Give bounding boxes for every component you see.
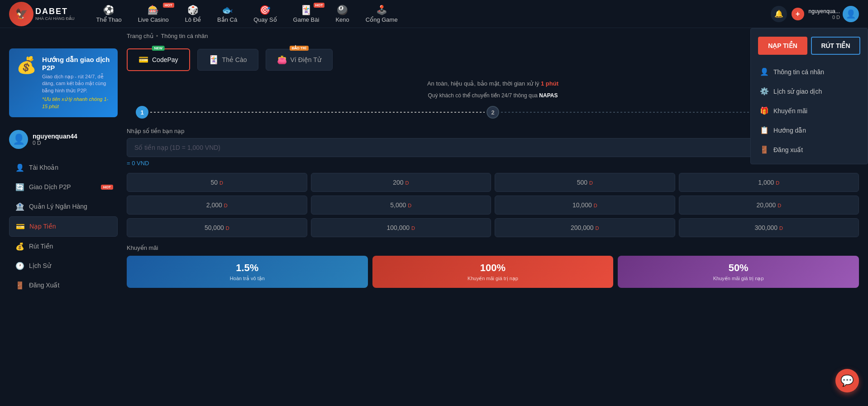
header-right: 🔔 + nguyenqua... 0 D 👤 <box>771 6 859 22</box>
nav-item-casino[interactable]: HOT 🎰 Live Casino <box>130 5 177 23</box>
logo[interactable]: DABET NHÀ CÁI HÀNG ĐẦU <box>9 2 75 26</box>
portal-icon: 🕹️ <box>376 5 387 15</box>
codepay-icon: 💳 <box>138 55 148 65</box>
sports-icon: ⚽ <box>103 5 114 15</box>
sidebar-item-deposit[interactable]: 💳 Nạp Tiền <box>9 216 118 237</box>
withdraw-icon: 💰 <box>15 242 24 251</box>
nav-item-sports[interactable]: ⚽ Thể Thao <box>88 5 130 23</box>
payment-tabs: NEW 💳 CodePay 🃏 Thẻ Cào BẢO TRÌ 👛 Ví Điệ… <box>127 48 859 71</box>
guide-icon: 📋 <box>760 126 769 134</box>
nav-item-fish[interactable]: 🐟 Bắn Cá <box>209 5 245 23</box>
gift-icon: 🎁 <box>760 106 769 115</box>
user-card-info: nguyenquan44 0 D <box>33 133 77 146</box>
amount-vnd: = 0 VND <box>127 160 859 167</box>
user-name-balance: nguyenqua... 0 D <box>809 8 840 20</box>
casino-icon: 🎰 <box>148 5 159 15</box>
deposit-info: An toàn, hiệu quả, bảo mật, thời gian xử… <box>127 80 859 87</box>
sidebar-item-logout[interactable]: 🚪 Đăng Xuất <box>9 276 118 295</box>
nav-item-keno[interactable]: 🎱 Keno <box>327 5 357 23</box>
user-info[interactable]: nguyenqua... 0 D 👤 <box>809 6 859 22</box>
amount-btn-300000[interactable]: 300,000 D <box>679 218 859 237</box>
nav-item-lottery[interactable]: 🎲 Lô Đề <box>177 5 209 23</box>
amount-btn-200000[interactable]: 200,000 D <box>495 218 675 237</box>
deposit-info-text: An toàn, hiệu quả, bảo mật, thời gian xử… <box>127 80 859 87</box>
promo-banner: 💰 Hướng dẫn giao dịch P2P Giao dịch nạp … <box>9 48 118 117</box>
promo-pct-1: 1.5% <box>132 262 362 274</box>
dropdown-action-buttons: NẠP TIỀN RÚT TIỀN <box>751 33 868 62</box>
keno-icon: 🎱 <box>337 5 348 15</box>
tab-codepay[interactable]: NEW 💳 CodePay <box>127 48 190 71</box>
amount-btn-50000[interactable]: 50,000 D <box>127 218 307 237</box>
amount-btn-100000[interactable]: 100,000 D <box>311 218 491 237</box>
tab-vi-dien-tu[interactable]: BẢO TRÌ 👛 Ví Điện Tử <box>266 49 333 71</box>
sidebar-item-p2p[interactable]: 🔄 Giao Dịch P2P HOT <box>9 177 118 197</box>
user-card-balance: 0 D <box>33 140 77 146</box>
tab-the-cao[interactable]: 🃏 Thẻ Cào <box>197 49 258 71</box>
promo-desc-1: Hoàn trả vô tận <box>132 276 362 282</box>
main-layout: 💰 Hướng dẫn giao dịch P2P Giao dịch nạp … <box>0 48 868 295</box>
step-1: 1 <box>136 106 148 119</box>
promo-card-2[interactable]: 100% Khuyến mãi giá trị nạp <box>372 256 614 288</box>
step-line-1 <box>150 112 485 113</box>
sidebar: 💰 Hướng dẫn giao dịch P2P Giao dịch nạp … <box>9 48 118 295</box>
breadcrumb-home[interactable]: Trang chủ <box>127 33 153 39</box>
amount-btn-500[interactable]: 500 D <box>495 173 675 192</box>
breadcrumb: Trang chủ • Thông tin cá nhân <box>0 28 868 44</box>
amount-btn-200[interactable]: 200 D <box>311 173 491 192</box>
napas-info: Quý khách có thể chuyển tiền 24/7 thông … <box>127 92 859 99</box>
rut-tien-button[interactable]: RÚT TIỀN <box>811 37 860 55</box>
nap-tien-button[interactable]: NẠP TIỀN <box>758 37 807 55</box>
sidebar-item-withdraw[interactable]: 💰 Rút Tiền <box>9 237 118 256</box>
logo-text: DABET NHÀ CÁI HÀNG ĐẦU <box>35 7 75 21</box>
amount-btn-5000[interactable]: 5,000 D <box>311 196 491 215</box>
amount-btn-50[interactable]: 50 D <box>127 173 307 192</box>
user-card-name: nguyenquan44 <box>33 133 77 140</box>
time-highlight: 1 phút <box>541 80 558 87</box>
promo-desc-2: Khuyến mãi giá trị nạp <box>378 276 608 282</box>
promo-banner-highlight: *Ưu tiên xử lý nhanh chóng 1-15 phút <box>42 96 110 110</box>
breadcrumb-separator: • <box>156 33 158 39</box>
account-icon: 👤 <box>15 163 24 172</box>
promo-cards: 1.5% Hoàn trả vô tận 100% Khuyến mãi giá… <box>127 256 859 288</box>
deposit-icon: 💳 <box>16 222 25 231</box>
main-nav: ⚽ Thể Thao HOT 🎰 Live Casino 🎲 Lô Đề 🐟 B… <box>88 5 771 23</box>
promo-card-1[interactable]: 1.5% Hoàn trả vô tận <box>127 256 368 288</box>
hot-badge: HOT <box>163 3 174 8</box>
amount-btn-10000[interactable]: 10,000 D <box>495 196 675 215</box>
new-badge: NEW <box>152 46 165 51</box>
dropdown-history[interactable]: ⚙️ Lịch sử giao dịch <box>751 81 868 101</box>
header: DABET NHÀ CÁI HÀNG ĐẦU ⚽ Thể Thao HOT 🎰 … <box>0 0 868 28</box>
dropdown-profile[interactable]: 👤 Thông tin cá nhân <box>751 62 868 81</box>
dropdown-panel: NẠP TIỀN RÚT TIỀN 👤 Thông tin cá nhân ⚙️… <box>750 28 868 164</box>
promo-card-3[interactable]: 50% Khuyến mãi giá trị nạp <box>618 256 859 288</box>
amount-btn-1000[interactable]: 1,000 D <box>679 173 859 192</box>
nav-item-portal[interactable]: 🕹️ Cổng Game <box>358 5 406 23</box>
nav-item-spin[interactable]: 🎯 Quay Số <box>245 5 285 23</box>
amount-btn-2000[interactable]: 2,000 D <box>127 196 307 215</box>
bao-tri-badge: BẢO TRÌ <box>290 46 309 51</box>
amount-btn-20000[interactable]: 20,000 D <box>679 196 859 215</box>
promo-banner-icon: 💰 <box>16 56 37 75</box>
user-card: 👤 nguyenquan44 0 D <box>9 124 118 154</box>
amount-input[interactable] <box>127 138 859 157</box>
logo-icon <box>9 2 33 26</box>
sidebar-item-account[interactable]: 👤 Tài Khoản <box>9 158 118 177</box>
promo-pct-3: 50% <box>623 262 854 274</box>
sidebar-item-bank[interactable]: 🏦 Quản Lý Ngân Hàng <box>9 197 118 216</box>
sidebar-item-history[interactable]: 🕐 Lịch Sử <box>9 256 118 276</box>
content-area: NEW 💳 CodePay 🃏 Thẻ Cào BẢO TRÌ 👛 Ví Điệ… <box>127 48 859 295</box>
user-balance-label: 0 D <box>832 14 840 20</box>
notification-button[interactable]: 🔔 <box>771 6 787 22</box>
dropdown-promo[interactable]: 🎁 Khuyến mãi <box>751 101 868 120</box>
add-button[interactable]: + <box>792 8 804 20</box>
dropdown-logout[interactable]: 🚪 Đăng xuất <box>751 140 868 159</box>
chat-button[interactable]: 💬 <box>835 369 859 392</box>
profile-icon: 👤 <box>760 67 769 76</box>
promo-section-title: Khuyến mãi <box>127 244 859 251</box>
dropdown-guide[interactable]: 📋 Hướng dẫn <box>751 120 868 140</box>
napas-brand: NAPAS <box>539 92 558 99</box>
nav-item-cards[interactable]: HOT 🃏 Game Bài <box>285 5 328 23</box>
avatar: 👤 <box>843 6 859 22</box>
cards-icon: 🃏 <box>300 5 312 15</box>
promo-pct-2: 100% <box>378 262 608 274</box>
